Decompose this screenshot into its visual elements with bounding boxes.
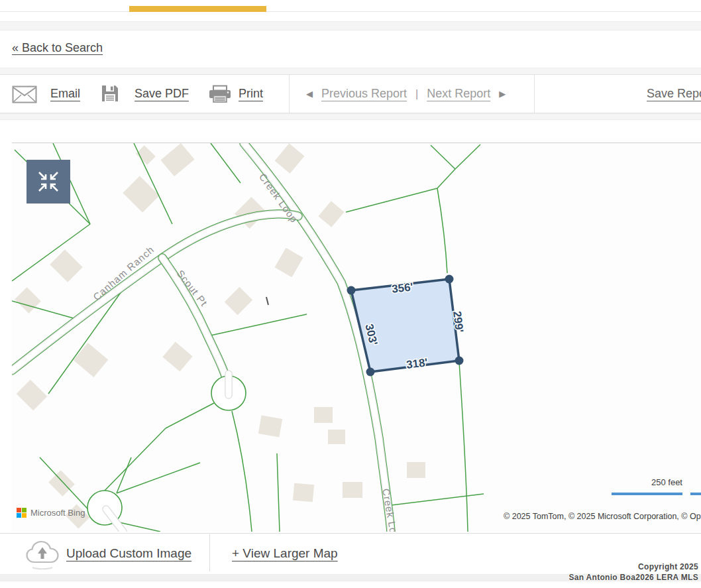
email-icon[interactable] [12,86,37,106]
scale-label: 250 feet [651,477,682,487]
copyright-line2: San Antonio Boa2026 LERA MLS [568,573,698,583]
print-button[interactable]: Print [239,87,263,101]
bing-logo: Microsoft Bing [17,508,85,518]
report-page: « Back to Search Email Save PDF [0,0,701,588]
previous-arrow-icon[interactable]: ◀ [306,89,313,99]
cul-de-sac-bulbs [87,374,246,532]
header-divider-band [0,21,701,30]
next-report-button[interactable]: Next Report [427,87,490,101]
print-icon[interactable] [208,85,232,106]
save-report-button[interactable]: Save Report [647,87,701,101]
collapse-map-button[interactable] [27,160,70,204]
active-tab-indicator [129,6,266,12]
copyright-watermark: Copyright 2025 San Antonio Boa2026 LERA … [568,562,698,583]
save-pdf-icon[interactable] [101,84,119,105]
footer-divider [209,534,210,571]
parcel-dim-right: 299' [451,310,466,333]
collapse-arrows-icon [36,169,61,194]
street-label-creek-loop-bottom: Creek Lo [380,488,400,532]
view-larger-map-button[interactable]: + View Larger Map [232,546,338,561]
upload-cloud-icon[interactable] [25,538,61,573]
road-canham-ranch [12,214,298,371]
report-nav-group: ◀ Previous Report | Next Report ▶ [306,87,506,101]
bing-logo-text: Microsoft Bing [30,508,85,518]
next-arrow-icon[interactable]: ▶ [499,89,506,99]
map-canvas: 356' 299' 318' 303' Creek Loop Canham Ra… [12,143,701,532]
toolbar-divider [534,75,535,113]
parcel-dim-top: 356' [391,280,413,296]
previous-report-button[interactable]: Previous Report [321,87,407,101]
tab-bar [0,0,701,12]
scale-bar [612,493,682,495]
microsoft-logo-icon [17,508,27,518]
back-to-search-link[interactable]: « Back to Search [12,41,103,55]
toolbar-divider [289,75,290,113]
save-pdf-button[interactable]: Save PDF [135,87,189,101]
parcel-map[interactable]: 356' 299' 318' 303' Creek Loop Canham Ra… [12,143,701,532]
map-attribution: © 2025 TomTom, © 2025 Microsoft Corporat… [504,512,701,521]
upload-custom-image-button[interactable]: Upload Custom Image [66,546,191,561]
email-button[interactable]: Email [50,87,80,101]
copyright-line1: Copyright 2025 [568,562,698,573]
road-scout-pt [162,258,229,387]
nav-separator: | [415,88,418,100]
scale-bar-segment [690,493,701,495]
divider-band [0,113,701,120]
report-toolbar: Email Save PDF Print ◀ Previ [0,74,701,113]
map-mark [266,297,268,305]
parcel-dim-bottom: 318' [405,356,428,371]
